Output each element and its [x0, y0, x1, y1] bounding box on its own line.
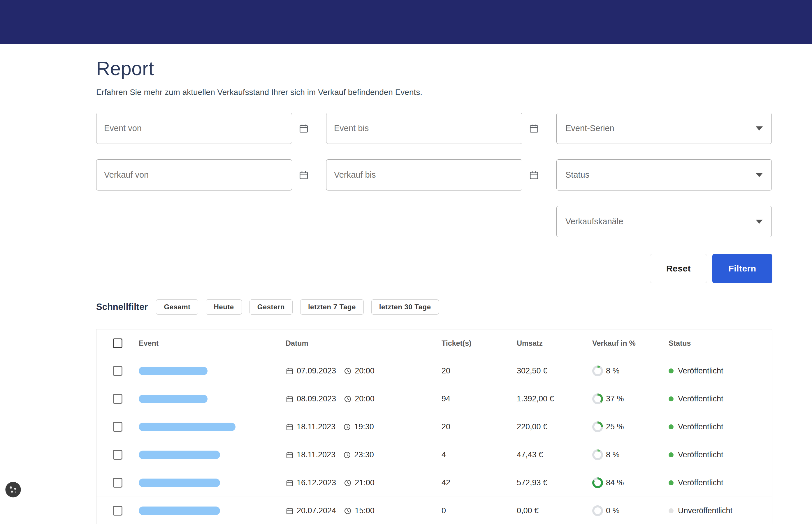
quickfilter-bar: Schnellfilter Gesamt Heute Gestern letzt…	[96, 299, 773, 315]
column-header-umsatz: Umsatz	[517, 339, 592, 347]
event-name-redacted	[139, 478, 220, 487]
status-label: Veröffentlicht	[678, 478, 723, 487]
status-label: Unveröffentlicht	[678, 506, 732, 515]
calendar-icon	[286, 367, 294, 375]
column-header-status: Status	[669, 339, 772, 347]
quickfilter-letzten-7-tage[interactable]: letzten 7 Tage	[300, 299, 364, 315]
quickfilter-letzten-30-tage[interactable]: letzten 30 Tage	[371, 299, 439, 315]
clock-icon	[344, 479, 352, 487]
sales-percent-label: 25 %	[606, 422, 624, 431]
tickets-count: 4	[442, 450, 517, 459]
select-all-checkbox[interactable]	[113, 339, 123, 348]
umsatz-value: 0,00 €	[517, 506, 592, 515]
sales-percent-ring	[592, 449, 603, 460]
calendar-icon	[299, 123, 309, 134]
calendar-icon	[286, 507, 294, 515]
row-checkbox[interactable]	[113, 450, 123, 460]
status-dot	[669, 424, 673, 429]
sales-percent-ring	[592, 505, 603, 516]
event-time: 20:00	[355, 366, 375, 375]
sales-percent-label: 0 %	[606, 506, 620, 515]
cookie-icon	[5, 481, 21, 498]
clock-icon	[344, 367, 352, 375]
filter-form: Event-Serien Status Verkaufska	[96, 113, 773, 237]
quickfilter-heute[interactable]: Heute	[206, 299, 242, 315]
filtern-button[interactable]: Filtern	[712, 254, 773, 283]
event-serien-label: Event-Serien	[566, 124, 615, 133]
calendar-icon	[286, 423, 294, 431]
event-serien-select[interactable]: Event-Serien	[556, 113, 772, 144]
row-checkbox[interactable]	[113, 506, 123, 515]
calendar-icon	[286, 451, 294, 459]
status-dot	[669, 396, 673, 402]
column-header-tickets: Ticket(s)	[442, 339, 517, 347]
table-row: 08.09.2023 20:00 94 1.392,00 € 37 % Verö…	[96, 385, 772, 413]
verkauf-von-calendar-button[interactable]	[297, 168, 311, 182]
verkauf-von-input[interactable]	[96, 159, 292, 191]
page-title: Report	[96, 58, 773, 80]
umsatz-value: 1.392,00 €	[517, 394, 592, 404]
row-checkbox[interactable]	[113, 422, 123, 432]
event-name-redacted	[139, 507, 220, 515]
status-label: Status	[566, 170, 589, 180]
event-time: 21:00	[355, 478, 375, 487]
row-checkbox[interactable]	[113, 394, 123, 404]
verkauf-von-field	[96, 159, 311, 191]
quickfilter-gestern[interactable]: Gestern	[250, 299, 292, 315]
umsatz-value: 220,00 €	[517, 422, 592, 431]
verkauf-bis-calendar-button[interactable]	[527, 168, 541, 182]
event-time: 15:00	[355, 506, 375, 515]
quickfilter-gesamt[interactable]: Gesamt	[156, 299, 198, 315]
row-checkbox[interactable]	[113, 478, 123, 488]
table-row: 07.09.2023 20:00 20 302,50 € 8 % Veröffe…	[96, 357, 772, 385]
table-row: 20.07.2024 15:00 0 0,00 € 0 % Unveröffen…	[96, 497, 772, 524]
event-time: 23:30	[354, 450, 374, 459]
event-name-redacted	[139, 451, 220, 459]
status-dot	[669, 369, 673, 373]
event-name-redacted	[139, 367, 208, 375]
event-name-redacted	[139, 395, 208, 403]
umsatz-value: 572,93 €	[517, 478, 592, 487]
top-navigation-bar	[0, 0, 812, 44]
calendar-icon	[286, 395, 294, 403]
clock-icon	[344, 395, 352, 403]
table-row: 18.11.2023 19:30 20 220,00 € 25 % Veröff…	[96, 413, 772, 441]
verkaufskanaele-label: Verkaufskanäle	[566, 217, 623, 226]
status-label: Veröffentlicht	[678, 450, 723, 459]
event-von-calendar-button[interactable]	[297, 121, 311, 135]
sales-percent-label: 8 %	[606, 366, 620, 375]
row-checkbox[interactable]	[113, 366, 123, 376]
status-label: Veröffentlicht	[678, 394, 723, 404]
cookie-consent-button[interactable]	[5, 481, 21, 499]
umsatz-value: 302,50 €	[517, 366, 592, 375]
event-name-redacted	[139, 423, 236, 431]
clock-icon	[344, 507, 352, 515]
tickets-count: 94	[442, 394, 517, 404]
event-von-input[interactable]	[96, 113, 292, 144]
status-label: Veröffentlicht	[678, 422, 723, 431]
event-bis-calendar-button[interactable]	[527, 121, 541, 135]
table-row: 18.11.2023 23:30 4 47,43 € 8 % Veröffent…	[96, 441, 772, 469]
status-select[interactable]: Status	[556, 159, 772, 191]
event-date: 18.11.2023	[297, 422, 335, 431]
reset-button[interactable]: Reset	[650, 254, 707, 283]
event-date: 18.11.2023	[297, 450, 335, 459]
column-header-datum: Datum	[286, 339, 442, 347]
sales-percent-ring	[592, 422, 603, 432]
status-label: Veröffentlicht	[678, 366, 723, 375]
verkauf-bis-input[interactable]	[326, 159, 522, 191]
event-date: 20.07.2024	[297, 506, 336, 515]
event-time: 19:30	[354, 422, 374, 431]
event-bis-input[interactable]	[326, 113, 522, 144]
tickets-count: 0	[442, 506, 517, 515]
calendar-icon	[529, 170, 539, 180]
chevron-down-icon	[756, 173, 763, 177]
calendar-icon	[286, 479, 294, 487]
chevron-down-icon	[756, 127, 763, 131]
sales-percent-ring	[592, 477, 603, 488]
sales-percent-ring	[592, 365, 603, 376]
calendar-icon	[529, 123, 539, 134]
event-von-field	[96, 113, 311, 144]
verkaufskanaele-select[interactable]: Verkaufskanäle	[556, 206, 772, 237]
events-table: Event Datum Ticket(s) Umsatz Verkauf in …	[96, 329, 773, 524]
